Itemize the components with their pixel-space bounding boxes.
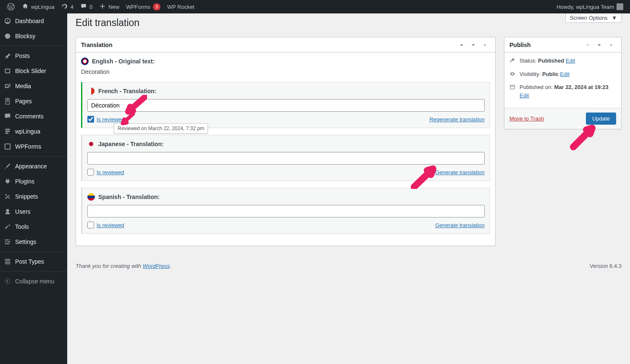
sidebar-collapse[interactable]: Collapse menu	[0, 274, 67, 289]
comments-link[interactable]: 0	[77, 0, 96, 13]
publish-move-up-button[interactable]	[583, 40, 593, 50]
calendar-icon	[509, 84, 516, 92]
generate-japanese-link[interactable]: Generate translation	[435, 169, 485, 175]
dashboard-icon	[3, 17, 12, 25]
publish-panel-title: Publish	[509, 42, 531, 48]
media-icon	[3, 82, 12, 90]
publish-panel: Publish Status: Published Edit	[504, 37, 622, 129]
japanese-label: Japanese - Translation:	[98, 141, 164, 147]
home-icon	[22, 3, 29, 11]
pin-icon	[3, 52, 12, 60]
admin-toolbar: wpLingua 4 0 New WPForms 3 WP Rocket How…	[0, 0, 630, 13]
new-content-link[interactable]: New	[96, 0, 123, 13]
screen-options-button[interactable]: Screen Options ▼	[565, 13, 622, 23]
sidebar-item-tools[interactable]: Tools	[0, 219, 67, 234]
sidebar-item-posttypes[interactable]: Post Types	[0, 254, 67, 269]
sidebar-item-wplingua[interactable]: wpLingua	[0, 124, 67, 139]
svg-rect-2	[5, 144, 10, 149]
pages-icon	[3, 97, 12, 105]
flag-french-icon	[87, 87, 95, 95]
flag-japanese-icon	[89, 142, 93, 146]
spanish-reviewed-checkbox[interactable]	[87, 222, 94, 228]
scissors-icon	[3, 192, 12, 201]
wpforms-link[interactable]: WPForms 3	[123, 0, 164, 13]
sidebar-item-plugins[interactable]: Plugins	[0, 174, 67, 189]
wprocket-link[interactable]: WP Rocket	[164, 0, 198, 13]
svg-rect-1	[5, 69, 10, 73]
svg-point-3	[5, 279, 10, 284]
slider-icon	[3, 67, 12, 75]
japanese-reviewed-label[interactable]: Is reviewed	[87, 169, 124, 175]
french-reviewed-label[interactable]: Is reviewed	[87, 116, 124, 123]
sidebar-item-blockslider[interactable]: Block Slider	[0, 63, 67, 79]
user-icon	[3, 207, 12, 216]
publish-move-down-button[interactable]	[594, 40, 604, 50]
regenerate-french-link[interactable]: Regenerate translation	[429, 116, 485, 123]
admin-footer: Thank you for creating with WordPress. V…	[76, 254, 622, 273]
japanese-translation-input[interactable]	[87, 152, 485, 165]
edit-date-link[interactable]: Edit	[520, 92, 529, 99]
key-icon	[509, 58, 516, 66]
japanese-reviewed-checkbox[interactable]	[87, 169, 94, 175]
move-up-button[interactable]	[457, 40, 467, 50]
main-content: Screen Options ▼ Edit translation Transl…	[67, 13, 630, 364]
translation-block-french: French - Translation: Is reviewed Regene…	[81, 82, 490, 128]
flag-english-icon	[81, 58, 89, 65]
sidebar-item-comments[interactable]: Comments	[0, 109, 67, 124]
sidebar-item-snippets[interactable]: Snippets	[0, 189, 67, 204]
wpforms-badge: 3	[153, 3, 160, 10]
edit-status-link[interactable]: Edit	[566, 58, 575, 64]
sidebar-item-settings[interactable]: Settings	[0, 234, 67, 249]
wrench-icon	[3, 223, 12, 231]
eye-icon	[509, 71, 516, 79]
sidebar-item-users[interactable]: Users	[0, 204, 67, 219]
page-title: Edit translation	[76, 13, 622, 37]
spanish-translation-input[interactable]	[87, 205, 485, 217]
update-button[interactable]: Update	[586, 113, 616, 125]
refresh-icon	[61, 3, 68, 11]
wpforms-icon	[3, 142, 12, 151]
edit-visibility-link[interactable]: Edit	[560, 71, 570, 77]
french-label: French - Translation:	[98, 88, 156, 94]
move-down-button[interactable]	[468, 40, 478, 50]
spanish-reviewed-label[interactable]: Is reviewed	[87, 222, 124, 228]
blocksy-icon	[3, 32, 12, 40]
sidebar-item-wpforms[interactable]: WPForms	[0, 139, 67, 154]
sidebar-item-blocksy[interactable]: Blocksy	[0, 29, 67, 44]
move-to-trash-link[interactable]: Move to Trash	[509, 115, 544, 122]
sidebar-item-media[interactable]: Media	[0, 79, 67, 94]
sidebar-item-appearance[interactable]: Appearance	[0, 159, 67, 174]
flag-spanish-icon	[87, 193, 95, 201]
collapse-icon	[3, 277, 12, 285]
sliders-icon	[3, 238, 12, 246]
updates-link[interactable]: 4	[58, 0, 77, 13]
wordpress-link[interactable]: WordPress	[143, 263, 170, 269]
site-name-link[interactable]: wpLingua	[18, 0, 58, 13]
generate-spanish-link[interactable]: Generate translation	[435, 222, 485, 228]
translation-panel: Translation English - Original text: Dec	[76, 37, 496, 246]
user-account-link[interactable]: Howdy, wpLingua Team	[553, 0, 627, 13]
publish-toggle-button[interactable]	[606, 40, 616, 50]
sidebar-item-pages[interactable]: Pages	[0, 94, 67, 109]
avatar	[617, 3, 623, 10]
wordpress-logo[interactable]	[3, 0, 18, 13]
wordpress-logo-icon	[7, 3, 15, 11]
spanish-label: Spanish - Translation:	[98, 194, 160, 200]
sidebar-item-dashboard[interactable]: Dashboard	[0, 13, 67, 29]
translation-block-japanese: Japanese - Translation: Is reviewed Gene…	[81, 135, 490, 181]
toggle-panel-button[interactable]	[480, 40, 490, 50]
translation-block-spanish: Spanish - Translation: Is reviewed Gener…	[81, 188, 490, 234]
dropdown-icon: ▼	[612, 15, 617, 21]
svg-rect-4	[510, 85, 514, 89]
wplingua-icon	[3, 127, 12, 136]
reviewed-tooltip: Reviewed on March 22, 2024, 7:32 pm	[114, 123, 208, 134]
brush-icon	[3, 162, 12, 170]
french-translation-input[interactable]	[87, 99, 485, 112]
sidebar-item-posts[interactable]: Posts	[0, 48, 67, 63]
original-text: Decoration	[81, 68, 490, 75]
original-language-label: English - Original text:	[92, 58, 155, 65]
annotation-arrow-generate	[410, 164, 439, 189]
plug-icon	[3, 177, 12, 186]
list-icon	[3, 257, 12, 266]
french-reviewed-checkbox[interactable]	[87, 116, 94, 123]
